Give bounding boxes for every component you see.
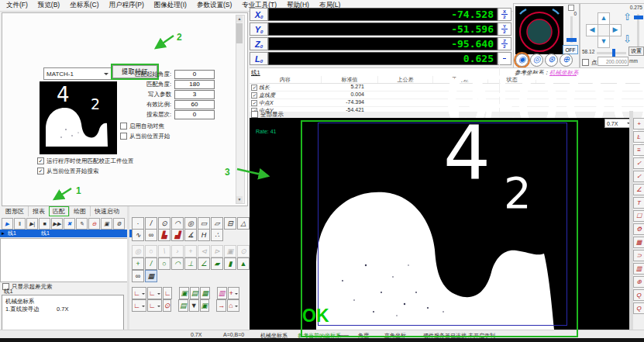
multi-line-icon[interactable]: ≡: [633, 144, 644, 156]
camera-view[interactable]: 4 2 Rate: 41 0.7X OK: [250, 118, 629, 330]
jog-down-button[interactable]: ▼: [598, 36, 610, 48]
target-tool-icon[interactable]: ⊙: [237, 245, 250, 257]
vee-tool-icon[interactable]: ›: [171, 245, 184, 257]
construct-arc-icon[interactable]: ◠: [171, 257, 184, 270]
construct-circle-icon[interactable]: ○: [158, 257, 170, 270]
export-icon[interactable]: ▼: [189, 299, 199, 312]
edge-extract-icon[interactable]: Ŀ: [633, 131, 644, 143]
construct-cylinder-icon[interactable]: ▮: [224, 257, 236, 270]
goto-icon[interactable]: →: [216, 299, 226, 312]
play-icon[interactable]: ▶: [2, 218, 13, 230]
jog-up-button[interactable]: ▲: [598, 12, 610, 25]
auto-detect-icon[interactable]: ✓: [633, 157, 644, 169]
rectangle-tool-icon[interactable]: ▭: [198, 217, 210, 230]
tab[interactable]: 图形区: [2, 206, 28, 216]
center-target-icon[interactable]: ⊕: [633, 276, 644, 288]
closed-curve-tool-icon[interactable]: ∞: [145, 229, 157, 241]
pause-icon[interactable]: ‖: [14, 218, 26, 230]
jog-right-button[interactable]: ▶: [609, 24, 622, 36]
coord-system-1-icon[interactable]: ∟: [132, 287, 146, 299]
menu-item[interactable]: 用户程序(P): [109, 1, 144, 10]
slot-tool-icon[interactable]: ▱: [211, 217, 223, 230]
step-height-tool-icon[interactable]: ▟: [171, 229, 184, 241]
point-tool-icon[interactable]: ·: [132, 217, 144, 230]
parameter-input[interactable]: [174, 70, 215, 79]
fast-forward-icon[interactable]: ▶▶: [51, 218, 63, 230]
parameter-input[interactable]: [174, 100, 215, 109]
coord-system-4-icon[interactable]: ∟: [132, 299, 146, 312]
calculator-icon[interactable]: ▦: [145, 270, 157, 282]
stop-icon[interactable]: ■: [39, 218, 50, 230]
construct-angle-icon[interactable]: ∠: [198, 257, 210, 270]
height-tool-icon[interactable]: ▙: [158, 229, 170, 241]
jog-left-button[interactable]: ◀: [586, 24, 598, 36]
menu-item[interactable]: 参数设置(S): [197, 1, 232, 10]
tab[interactable]: 快速启动: [90, 206, 123, 216]
speed-slider-handle[interactable]: [634, 16, 643, 19]
row-checkbox-icon[interactable]: [251, 100, 257, 106]
color-tool-icon[interactable]: ▥: [217, 287, 227, 299]
flag-left-tool-icon[interactable]: ⊲: [198, 245, 210, 257]
crosshair-icon[interactable]: +: [633, 118, 644, 130]
tab[interactable]: 报表: [28, 206, 49, 216]
construct-closed-curve-icon[interactable]: ∞: [132, 270, 144, 282]
image-grab-icon[interactable]: ▤: [190, 287, 200, 299]
cone-tool-icon[interactable]: △: [237, 217, 250, 230]
run-checkbox[interactable]: 运行程序时使用匹配校正工件位置: [37, 156, 134, 166]
z-up-button[interactable]: ⇧: [623, 11, 632, 22]
cylinder-tool-icon[interactable]: ⊟: [224, 217, 236, 230]
perpendicular-icon[interactable]: ⊥: [184, 257, 197, 270]
capture-icon[interactable]: ▣: [101, 218, 112, 230]
coord-system-5-icon[interactable]: ∟: [147, 299, 162, 312]
curve-tool-icon[interactable]: ∿: [132, 229, 144, 241]
archive-icon[interactable]: ▣: [200, 299, 210, 312]
program-list[interactable]: [0, 238, 128, 282]
cross-tool-icon[interactable]: +: [184, 245, 197, 257]
circle-tool-icon[interactable]: ⊙: [158, 217, 170, 230]
camera-calib-icon[interactable]: ▣: [179, 287, 189, 299]
plane-icon[interactable]: ▰: [211, 257, 223, 270]
panel-scrollbar[interactable]: ▲ ▼: [236, 15, 245, 204]
grid-icon[interactable]: ▦: [633, 237, 644, 248]
concentric-tool-icon[interactable]: ◎: [132, 245, 144, 257]
menu-item[interactable]: 图像处理(I): [154, 1, 187, 10]
view-settings-icon[interactable]: ⚙: [633, 223, 644, 235]
arc-tool-icon[interactable]: ◠: [171, 217, 184, 230]
construct-line-icon[interactable]: /: [145, 257, 157, 270]
z-down-button[interactable]: ⇩: [623, 33, 632, 45]
zoom-region-icon[interactable]: Q: [633, 302, 644, 314]
light-checkbox[interactable]: [568, 5, 574, 11]
barcode-icon[interactable]: ▥: [633, 263, 644, 275]
light-slider-handle[interactable]: [567, 38, 577, 42]
half-axis-button[interactable]: Y 2: [498, 22, 511, 36]
construct-cone-icon[interactable]: ▲: [237, 257, 250, 270]
flag-right-tool-icon[interactable]: ⊳: [211, 245, 223, 257]
run-checkbox[interactable]: 从当前位置开始搜索: [37, 166, 134, 176]
tools-icon[interactable]: ✖: [64, 218, 75, 230]
text-annotation-icon[interactable]: T: [633, 197, 644, 209]
jog-settings-button[interactable]: 设置: [629, 47, 644, 56]
line-tool-icon[interactable]: /: [145, 217, 157, 230]
crosshair-move-icon[interactable]: +: [228, 287, 239, 299]
image-stitch-icon[interactable]: ▦: [200, 287, 210, 299]
coord-rotate-icon[interactable]: ⊙: [163, 299, 172, 312]
half-axis-button[interactable]: X 2: [498, 8, 511, 21]
tab[interactable]: 匹配: [49, 206, 69, 216]
row-checkbox-icon[interactable]: [251, 92, 257, 98]
vertical-splitter[interactable]: [127, 206, 129, 330]
menu-item[interactable]: 坐标系(C): [70, 1, 98, 10]
width-tool-icon[interactable]: H: [198, 229, 210, 241]
construct-point-icon[interactable]: +: [132, 257, 144, 270]
menu-item[interactable]: 预览(B): [38, 1, 60, 10]
circle2-tool-icon[interactable]: ○: [145, 245, 157, 257]
tab[interactable]: 绘图: [69, 206, 90, 216]
coord-system-3-icon[interactable]: ∟: [163, 287, 173, 299]
option-checkbox[interactable]: 从当前位置开始: [120, 131, 170, 141]
diagonal-tool-icon[interactable]: \: [158, 245, 170, 257]
ellipse-tool-icon[interactable]: ◎: [184, 217, 197, 230]
scrollbar-thumb[interactable]: [236, 23, 243, 43]
template-select[interactable]: MATCH-1: [43, 67, 112, 80]
rate-slider-handle[interactable]: [612, 49, 615, 57]
parameter-input[interactable]: [174, 90, 215, 99]
angle-tool-icon[interactable]: ∡: [184, 229, 197, 241]
